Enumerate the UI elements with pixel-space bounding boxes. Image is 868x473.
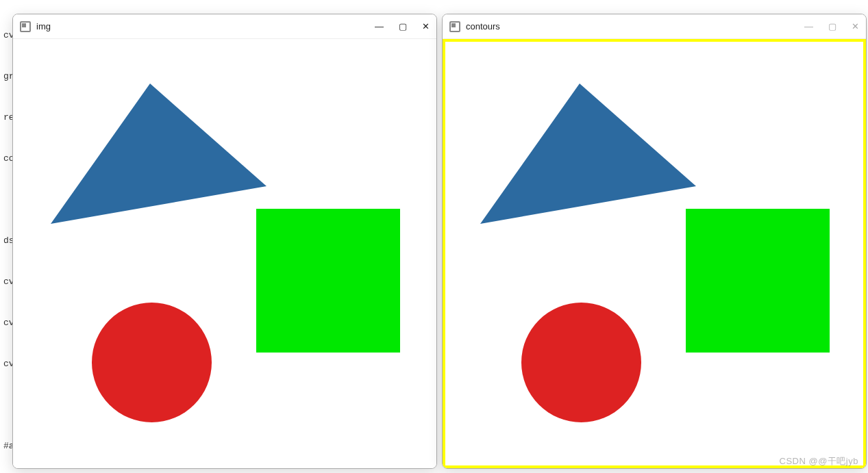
svg-marker-0 xyxy=(51,84,266,224)
image-canvas-contours xyxy=(443,39,866,468)
svg-marker-1 xyxy=(480,84,696,224)
maximize-button[interactable]: ▢ xyxy=(399,21,407,31)
triangle-shape xyxy=(51,84,270,227)
minimize-button[interactable]: — xyxy=(804,21,813,31)
triangle-shape xyxy=(480,84,699,227)
app-icon xyxy=(449,21,460,32)
watermark: CSDN @@干吧jyb xyxy=(780,455,858,468)
app-icon xyxy=(20,21,31,32)
close-button[interactable]: ✕ xyxy=(422,21,430,31)
close-button[interactable]: ✕ xyxy=(852,21,859,31)
circle-shape xyxy=(92,303,212,422)
titlebar[interactable]: img — ▢ ✕ xyxy=(13,14,436,39)
window-title: contours xyxy=(466,21,804,31)
window-contours: contours — ▢ ✕ xyxy=(442,14,867,469)
circle-shape xyxy=(521,303,641,422)
maximize-button[interactable]: ▢ xyxy=(828,21,836,31)
square-shape xyxy=(686,209,830,353)
image-canvas xyxy=(13,39,436,468)
minimize-button[interactable]: — xyxy=(375,21,384,31)
titlebar[interactable]: contours — ▢ ✕ xyxy=(443,14,866,39)
window-img: img — ▢ ✕ xyxy=(12,14,437,469)
square-shape xyxy=(256,209,400,353)
window-title: img xyxy=(36,21,375,31)
